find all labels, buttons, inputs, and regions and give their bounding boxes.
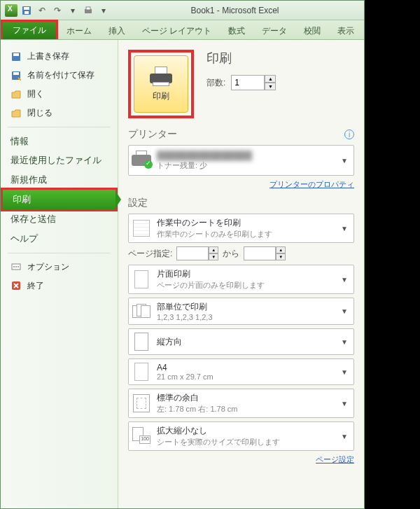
tab-data[interactable]: データ bbox=[253, 22, 295, 39]
exit-icon bbox=[10, 280, 22, 291]
collate-icon bbox=[132, 304, 150, 319]
settings-section-label: 設定 bbox=[128, 197, 148, 209]
page-to-up[interactable]: ▲ bbox=[276, 246, 286, 253]
sidebar-item-label: 名前を付けて保存 bbox=[27, 69, 94, 81]
tab-insert[interactable]: 挿入 bbox=[100, 22, 134, 39]
orientation-selector[interactable]: 縦方向 ▼ bbox=[128, 328, 354, 355]
svg-rect-1 bbox=[24, 7, 29, 10]
margins-selector[interactable]: 標準の余白 左: 1.78 cm 右: 1.78 cm ▼ bbox=[128, 389, 354, 418]
tab-page-layout[interactable]: ページ レイアウト bbox=[134, 22, 220, 39]
sidebar-item-save[interactable]: 上書き保存 bbox=[1, 47, 118, 66]
copies-spinner[interactable]: ▲ ▼ bbox=[231, 75, 276, 90]
qat-dropdown-icon[interactable]: ▾ bbox=[66, 4, 79, 17]
chevron-down-icon: ▼ bbox=[341, 400, 351, 407]
printer-status-icon bbox=[132, 151, 151, 170]
sidebar-item-info[interactable]: 情報 bbox=[1, 132, 118, 151]
sidebar-item-label: 閉じる bbox=[27, 107, 52, 119]
page-to-input[interactable] bbox=[244, 246, 276, 260]
page-setup-link[interactable]: ページ設定 bbox=[316, 455, 354, 463]
sidebar-item-help[interactable]: ヘルプ bbox=[1, 229, 118, 249]
excel-window: ↶ ↷ ▾ ▾ Book1 - Microsoft Excel ファイル ホーム… bbox=[0, 0, 365, 509]
sidebar-item-label: 上書き保存 bbox=[27, 50, 69, 62]
save-icon bbox=[10, 51, 22, 62]
sidebar-item-open[interactable]: 開く bbox=[1, 85, 118, 104]
tab-view[interactable]: 表示 bbox=[329, 22, 363, 39]
info-icon[interactable]: i bbox=[344, 130, 354, 139]
page-from-down[interactable]: ▼ bbox=[209, 253, 218, 260]
portrait-icon bbox=[134, 333, 148, 351]
svg-rect-2 bbox=[24, 11, 29, 14]
sidebar-item-options[interactable]: オプション bbox=[1, 258, 118, 277]
collate-title: 部単位で印刷 bbox=[157, 301, 335, 313]
quick-access-toolbar: ↶ ↷ ▾ ▾ bbox=[5, 4, 110, 17]
sidebar-item-new[interactable]: 新規作成 bbox=[1, 170, 118, 190]
tab-file[interactable]: ファイル bbox=[1, 20, 58, 39]
print-quick-icon[interactable] bbox=[82, 4, 94, 17]
page-from-up[interactable]: ▲ bbox=[209, 246, 218, 253]
sides-selector[interactable]: 片面印刷 ページの片面のみを印刷します ▼ bbox=[128, 265, 354, 294]
sidebar-item-save-send[interactable]: 保存と送信 bbox=[1, 209, 118, 229]
svg-rect-6 bbox=[13, 53, 19, 56]
print-what-title: 作業中のシートを印刷 bbox=[157, 217, 335, 229]
paper-icon bbox=[134, 363, 148, 381]
orientation-title: 縦方向 bbox=[157, 336, 335, 348]
options-icon bbox=[10, 261, 22, 272]
separator bbox=[8, 127, 111, 127]
print-what-selector[interactable]: 作業中のシートを印刷 作業中のシートのみを印刷します ▼ bbox=[128, 214, 354, 243]
settings-section-header: 設定 bbox=[128, 197, 354, 209]
page-to-down[interactable]: ▼ bbox=[276, 253, 286, 260]
sidebar-item-print[interactable]: 印刷 bbox=[1, 188, 118, 211]
backstage-body: 上書き保存 名前を付けて保存 開く 閉じる 情報 最近使用したファイル 新規作成… bbox=[1, 40, 364, 508]
print-button-highlight: 印刷 bbox=[128, 50, 194, 118]
printer-properties-link[interactable]: プリンターのプロパティ bbox=[270, 180, 354, 188]
tab-formulas[interactable]: 数式 bbox=[220, 22, 253, 39]
copies-input[interactable] bbox=[231, 75, 265, 90]
sidebar-item-save-as[interactable]: 名前を付けて保存 bbox=[1, 66, 118, 85]
printer-icon bbox=[148, 67, 174, 86]
svg-rect-8 bbox=[13, 72, 19, 75]
sidebar-item-label: 終了 bbox=[27, 280, 44, 292]
tab-home[interactable]: ホーム bbox=[58, 22, 100, 39]
sidebar-item-exit[interactable]: 終了 bbox=[1, 277, 118, 295]
sidebar-item-close[interactable]: 閉じる bbox=[1, 104, 118, 123]
margins-desc: 左: 1.78 cm 右: 1.78 cm bbox=[157, 404, 335, 414]
sidebar-item-label: 開く bbox=[27, 88, 44, 100]
save-icon[interactable] bbox=[20, 4, 33, 17]
sidebar-item-recent[interactable]: 最近使用したファイル bbox=[1, 151, 118, 170]
print-button[interactable]: 印刷 bbox=[134, 55, 188, 113]
sides-desc: ページの片面のみを印刷します bbox=[157, 280, 335, 291]
chevron-down-icon: ▼ bbox=[341, 276, 351, 284]
undo-icon[interactable]: ↶ bbox=[36, 4, 48, 17]
print-header: 印刷 bbox=[206, 50, 276, 67]
redo-icon[interactable]: ↷ bbox=[51, 4, 64, 17]
svg-rect-4 bbox=[86, 7, 90, 10]
print-what-desc: 作業中のシートのみを印刷します bbox=[157, 229, 335, 239]
printer-section-header: プリンター i bbox=[128, 128, 354, 141]
printer-selector[interactable]: ████████████████ トナー残量: 少 ▼ bbox=[128, 145, 354, 176]
copies-down-button[interactable]: ▼ bbox=[265, 83, 276, 90]
print-panel: 印刷 印刷 部数: ▲ ▼ bbox=[118, 40, 364, 508]
chevron-down-icon: ▼ bbox=[341, 338, 351, 346]
collate-selector[interactable]: 部単位で印刷 1,2,3 1,2,3 1,2,3 ▼ bbox=[128, 298, 354, 325]
page-from-input[interactable] bbox=[176, 246, 209, 260]
folder-open-icon bbox=[10, 89, 22, 100]
chevron-down-icon: ▼ bbox=[341, 433, 351, 440]
scaling-desc: シートを実際のサイズで印刷します bbox=[157, 437, 335, 447]
qat-dropdown2-icon[interactable]: ▾ bbox=[97, 4, 110, 17]
collate-desc: 1,2,3 1,2,3 1,2,3 bbox=[157, 313, 335, 321]
copies-up-button[interactable]: ▲ bbox=[265, 75, 276, 83]
scale-icon: 100 bbox=[132, 427, 150, 445]
paper-size-selector[interactable]: A4 21 cm x 29.7 cm ▼ bbox=[128, 358, 354, 385]
save-as-icon bbox=[10, 70, 22, 81]
sides-title: 片面印刷 bbox=[157, 268, 335, 280]
scaling-title: 拡大縮小なし bbox=[157, 425, 335, 437]
tab-review[interactable]: 校閲 bbox=[295, 22, 329, 39]
chevron-down-icon: ▼ bbox=[341, 225, 351, 232]
backstage-sidebar: 上書き保存 名前を付けて保存 開く 閉じる 情報 最近使用したファイル 新規作成… bbox=[1, 40, 118, 508]
title-bar: ↶ ↷ ▾ ▾ Book1 - Microsoft Excel bbox=[1, 1, 364, 20]
print-header-block: 印刷 部数: ▲ ▼ bbox=[206, 50, 276, 90]
scaling-selector[interactable]: 100 拡大縮小なし シートを実際のサイズで印刷します ▼ bbox=[128, 421, 354, 451]
sidebar-item-label: オプション bbox=[27, 261, 69, 273]
window-title: Book1 - Microsoft Excel bbox=[110, 6, 360, 15]
copies-label: 部数: bbox=[206, 77, 225, 89]
